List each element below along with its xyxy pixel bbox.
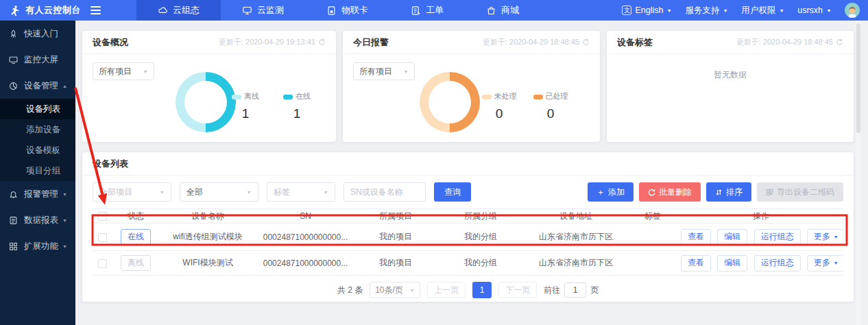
scrollbar-thumb[interactable] (856, 23, 860, 133)
edit-button[interactable]: 编辑 (717, 255, 747, 272)
goto-page-input[interactable] (564, 282, 586, 298)
nav-cloud-monitor[interactable]: 云监测 (221, 0, 305, 21)
nav-label: 云组态 (173, 4, 200, 16)
legend-swatch (482, 95, 492, 99)
more-button[interactable]: 更多▼ (807, 255, 843, 272)
refresh-icon[interactable] (836, 38, 843, 46)
device-name: wifi透传组测试模块 (160, 231, 256, 243)
current-page-button[interactable]: 1 (472, 282, 492, 298)
select-all-checkbox[interactable] (98, 212, 107, 221)
refresh-icon[interactable] (582, 38, 590, 46)
prev-page-button[interactable]: 上一页 (427, 282, 466, 298)
language-switcher[interactable]: 文 English ▼ (622, 5, 672, 15)
run-scada-button[interactable]: 运行组态 (754, 255, 801, 272)
row-checkbox[interactable] (98, 233, 107, 242)
row-checkbox[interactable] (98, 259, 107, 268)
nav-work-order[interactable]: 工单 (389, 0, 465, 21)
sidebar-item-monitor-screen[interactable]: 监控大屏 (0, 47, 75, 73)
select-value: 所有项目 (359, 66, 392, 77)
select-placeholder: 标签 (274, 186, 290, 198)
project-select[interactable]: 全部项目 ▼ (93, 182, 171, 202)
device-address: 山东省济南市历下区 (525, 231, 627, 243)
batch-delete-button[interactable]: 批量删除 (639, 182, 701, 202)
sidebar-item-alarm-management[interactable]: 报警管理 ▼ (0, 181, 75, 207)
goto-suffix: 页 (590, 285, 599, 296)
view-button[interactable]: 查看 (681, 229, 711, 245)
legend-pending: 未处理 0 (477, 91, 521, 121)
chevron-down-icon: ▼ (410, 287, 415, 293)
sidebar-label: 设备管理 (24, 80, 58, 92)
circular-arrow-icon (648, 189, 655, 196)
view-button[interactable]: 查看 (681, 255, 711, 272)
page-size-select[interactable]: 10条/页 ▼ (370, 282, 420, 298)
nav-cloud-scada[interactable]: 云组态 (136, 0, 221, 21)
sidebar-item-extensions[interactable]: 扩展功能 ▼ (0, 233, 75, 259)
status-select[interactable]: 全部 ▼ (180, 182, 258, 202)
search-input[interactable] (343, 182, 426, 202)
service-support-menu[interactable]: 服务支持 ▼ (685, 5, 728, 16)
project-filter-select[interactable]: 所有项目 ▼ (353, 62, 415, 80)
chevron-down-icon: ▼ (780, 8, 784, 13)
alarm-status-donut-chart (420, 72, 480, 132)
device-group: 我的分组 (436, 231, 525, 243)
card-title: 今日报警 (353, 36, 389, 49)
run-scada-button[interactable]: 运行组态 (754, 229, 801, 245)
project-filter-select[interactable]: 所有项目 ▼ (93, 62, 154, 80)
plus-icon: ＋ (596, 186, 605, 198)
column-header-status: 状态 (112, 210, 160, 222)
sidebar-item-add-device[interactable]: 添加设备 (0, 119, 75, 140)
sidebar-item-device-list[interactable]: 设备列表 (0, 99, 75, 119)
avatar[interactable] (845, 3, 860, 18)
account-menu[interactable]: usrsxh ▼ (797, 5, 832, 15)
select-value: 所有项目 (99, 66, 132, 77)
device-management-submenu: 设备列表 添加设备 设备模板 项目分组 (0, 99, 75, 181)
column-header-project: 所属项目 (355, 210, 436, 222)
query-button[interactable]: 查询 (434, 182, 471, 202)
sidebar-item-project-group[interactable]: 项目分组 (0, 160, 75, 181)
app-logo[interactable]: 有人云控制台 (0, 4, 81, 16)
sidebar: 快速入门 监控大屏 设备管理 ▲ 设备列表 添加设备 设备模板 项目分组 报警管… (0, 21, 75, 325)
card-updated-timestamp: 更新于: 2020-04-29 18:48:45 (736, 37, 843, 47)
add-device-button[interactable]: ＋添加 (588, 182, 634, 202)
hamburger-menu-icon[interactable] (91, 6, 101, 14)
tag-select[interactable]: 标签 ▼ (267, 182, 335, 202)
language-label: English (635, 5, 663, 15)
sort-button[interactable]: 排序 (706, 182, 751, 202)
device-project: 我的项目 (355, 231, 436, 243)
sim-card-icon (326, 5, 337, 16)
select-placeholder: 全部项目 (99, 186, 132, 198)
sidebar-item-device-template[interactable]: 设备模板 (0, 140, 75, 160)
chevron-down-icon: ▼ (403, 69, 408, 74)
report-icon (9, 216, 18, 225)
sidebar-label: 设备模板 (26, 145, 60, 155)
sidebar-item-quick-start[interactable]: 快速入门 (0, 21, 75, 47)
status-badge: 离线 (121, 255, 151, 271)
nav-iot-card[interactable]: 物联卡 (305, 0, 389, 21)
refresh-icon[interactable] (318, 38, 326, 46)
sidebar-label: 数据报表 (24, 215, 58, 226)
chevron-up-icon: ▲ (62, 84, 67, 88)
chevron-down-icon: ▼ (667, 8, 672, 13)
chevron-down-icon: ▼ (826, 8, 831, 13)
edit-button[interactable]: 编辑 (717, 229, 747, 245)
user-permission-menu[interactable]: 用户权限 ▼ (741, 5, 784, 16)
scrollbar-track[interactable] (856, 21, 861, 325)
device-list-card: 设备列表 全部项目 ▼ 全部 ▼ 标签 ▼ 查询 ＋添加 (82, 152, 854, 302)
status-badge: 在线 (121, 229, 151, 245)
next-page-button[interactable]: 下一页 (498, 282, 537, 298)
chevron-down-icon: ▼ (323, 189, 328, 195)
pie-chart-icon (9, 82, 18, 91)
more-button[interactable]: 更多▼ (807, 229, 843, 245)
online-count: 1 (275, 106, 319, 121)
export-qr-button[interactable]: 导出设备二维码 (757, 182, 843, 202)
nav-mall[interactable]: 商城 (465, 0, 540, 21)
sidebar-label: 扩展功能 (24, 241, 58, 252)
row-actions: 查看 编辑 运行组态 更多▼ (679, 255, 843, 272)
sidebar-item-device-management[interactable]: 设备管理 ▲ (0, 73, 75, 99)
goto-prefix: 前往 (544, 285, 560, 296)
card-updated-timestamp: 更新于: 2020-04-29 19:13:41 (219, 37, 326, 47)
device-table: 状态 设备名称 SN 所属项目 所属分组 设备地址 标签 操作 在线 wifi透… (93, 208, 843, 276)
sidebar-item-data-report[interactable]: 数据报表 ▼ (0, 207, 75, 233)
column-header-name: 设备名称 (160, 210, 256, 222)
sidebar-label: 监控大屏 (24, 54, 58, 66)
